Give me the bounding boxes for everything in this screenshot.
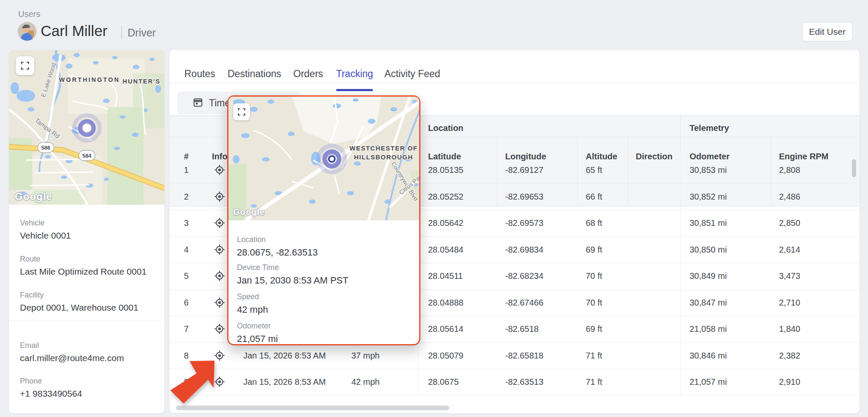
latitude-cell: 28.05135 xyxy=(428,165,463,175)
popup-field-label: Odometer xyxy=(237,322,278,331)
driver-photo-placeholder xyxy=(18,22,36,41)
row-number: 5 xyxy=(184,271,189,281)
popup-field-label: Speed xyxy=(237,292,268,301)
altitude-cell: 71 ft xyxy=(586,350,602,360)
map-label-hunters: HUNTER'S xyxy=(122,78,161,85)
popup-field-value: 21,057 mi xyxy=(237,334,278,345)
engine-rpm-cell: 2,614 xyxy=(779,245,800,254)
speed-cell: 42 mph xyxy=(351,377,380,387)
google-attribution: Google xyxy=(15,191,53,203)
engine-rpm-cell: 2,486 xyxy=(779,192,800,201)
field-phone: Phone +1 9833490564 xyxy=(20,377,82,399)
longitude-cell: -82.69834 xyxy=(505,245,543,254)
popup-field-label: Location xyxy=(237,235,318,244)
engine-rpm-cell: 3,473 xyxy=(779,271,800,281)
tab-activity-feed[interactable]: Activity Feed xyxy=(384,68,440,80)
latitude-cell: 28.0675 xyxy=(428,377,459,387)
device-time-cell: Jan 15, 2026 8:53 AM xyxy=(243,350,326,360)
popup-field-location: Location 28.0675, -82.63513 xyxy=(237,235,318,258)
popup-field-label: Device Time xyxy=(237,263,348,272)
row-number: 4 xyxy=(184,245,189,254)
title-separator xyxy=(121,25,122,39)
body-column-border xyxy=(680,157,681,396)
crosshair-icon[interactable] xyxy=(214,217,225,228)
fullscreen-button[interactable] xyxy=(233,103,250,120)
latitude-cell: 28.05614 xyxy=(428,324,463,334)
engine-rpm-cell: 2,382 xyxy=(779,350,800,360)
driver-mini-map[interactable]: 586 584 WORTHINGTON HUNTER'S E Lake Wood… xyxy=(9,50,164,205)
crosshair-icon[interactable] xyxy=(214,350,225,361)
calendar-icon xyxy=(192,97,203,109)
popup-map[interactable]: WESTCHESTER OF HILLSBOROUGH Countryway B… xyxy=(228,97,419,220)
odometer-cell: 21,057 mi xyxy=(690,377,727,387)
field-label: Route xyxy=(20,255,147,264)
longitude-cell: -82.63513 xyxy=(505,377,543,387)
popup-map-canvas: WESTCHESTER OF HILLSBOROUGH Countryway B… xyxy=(228,97,419,220)
odometer-cell: 30,853 mi xyxy=(690,165,727,175)
longitude-cell: -82.69573 xyxy=(505,218,543,228)
tab-destinations[interactable]: Destinations xyxy=(228,68,281,80)
altitude-cell: 69 ft xyxy=(586,245,602,254)
google-attribution: Google xyxy=(233,207,265,217)
breadcrumb[interactable]: Users xyxy=(18,9,40,19)
edit-user-button[interactable]: Edit User xyxy=(802,22,852,41)
engine-rpm-cell: 2,808 xyxy=(779,165,800,175)
row-number: 2 xyxy=(184,192,189,201)
longitude-cell: -82.67466 xyxy=(505,297,543,307)
crosshair-icon[interactable] xyxy=(214,164,225,175)
horizontal-scrollbar[interactable] xyxy=(176,406,449,410)
engine-rpm-cell: 2,850 xyxy=(779,218,800,228)
row-number: 3 xyxy=(184,218,189,228)
fullscreen-button[interactable] xyxy=(16,56,34,75)
longitude-cell: -82.69653 xyxy=(505,192,543,201)
group-header-telemetry: Telemetry xyxy=(690,123,729,133)
crosshair-icon[interactable] xyxy=(214,244,225,255)
device-time-cell: Jan 15, 2026 8:53 AM xyxy=(243,377,326,387)
field-value: Vehicle 0001 xyxy=(20,231,71,241)
tabs-divider xyxy=(170,83,860,83)
engine-rpm-cell: 2,710 xyxy=(779,297,800,307)
table-row[interactable]: 8 Jan 15, 2026 8:53 AM 37 mph 28.05079 -… xyxy=(170,342,860,370)
crosshair-icon[interactable] xyxy=(214,323,225,334)
field-value: carl.miller@route4me.com xyxy=(20,353,124,363)
row-number: 6 xyxy=(184,297,189,307)
crosshair-icon[interactable] xyxy=(214,376,225,387)
row-number: 7 xyxy=(184,324,189,334)
tab-routes[interactable]: Routes xyxy=(184,68,215,80)
latitude-cell: 28.05484 xyxy=(428,245,463,254)
latitude-cell: 28.04511 xyxy=(428,271,463,281)
map-label-worthington: WORTHINGTON xyxy=(59,76,120,83)
tab-tracking[interactable]: Tracking xyxy=(336,68,373,80)
route-shield-586: 586 xyxy=(38,142,54,153)
altitude-cell: 71 ft xyxy=(586,377,602,387)
crosshair-icon[interactable] xyxy=(214,191,225,202)
row-number: 1 xyxy=(184,165,189,175)
altitude-cell: 70 ft xyxy=(586,271,602,281)
popup-field-odometer: Odometer 21,057 mi xyxy=(237,322,278,345)
odometer-cell: 30,851 mi xyxy=(690,218,727,228)
field-facility: Facility Depot 0001, Warehouse 0001 xyxy=(20,291,138,313)
avatar xyxy=(18,22,36,41)
field-email: Email carl.miller@route4me.com xyxy=(20,341,124,363)
odometer-cell: 30,846 mi xyxy=(690,350,727,360)
page-title: Carl Miller xyxy=(41,22,108,39)
sidebar-divider xyxy=(9,321,164,321)
crosshair-icon[interactable] xyxy=(214,270,225,281)
longitude-cell: -82.68234 xyxy=(505,271,543,281)
crosshair-icon[interactable] xyxy=(214,297,225,308)
field-route: Route Last Mile Optimized Route 0001 xyxy=(20,255,147,277)
tracking-point-marker xyxy=(319,146,345,172)
group-header-location: Location xyxy=(428,123,463,133)
odometer-cell: 30,847 mi xyxy=(690,297,727,307)
latitude-cell: 28.05642 xyxy=(428,218,463,228)
altitude-cell: 69 ft xyxy=(586,324,602,334)
vertical-scrollbar[interactable] xyxy=(852,159,856,177)
altitude-cell: 66 ft xyxy=(586,192,602,201)
tab-orders[interactable]: Orders xyxy=(293,68,323,80)
field-label: Email xyxy=(20,341,124,350)
latitude-cell: 28.05079 xyxy=(428,350,463,360)
field-value: Depot 0001, Warehouse 0001 xyxy=(20,303,138,313)
table-row[interactable]: 9 Jan 15, 2026 8:53 AM 42 mph 28.0675 -8… xyxy=(170,369,860,396)
field-label: Phone xyxy=(20,377,82,386)
field-value: Last Mile Optimized Route 0001 xyxy=(20,267,147,277)
